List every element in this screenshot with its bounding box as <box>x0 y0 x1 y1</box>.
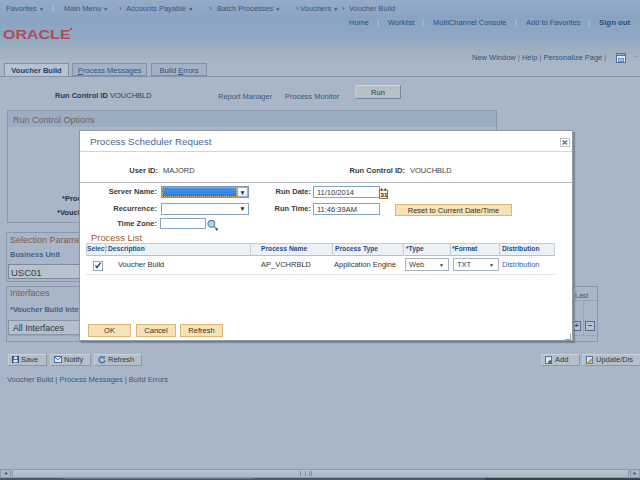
svg-text:31: 31 <box>381 191 388 198</box>
